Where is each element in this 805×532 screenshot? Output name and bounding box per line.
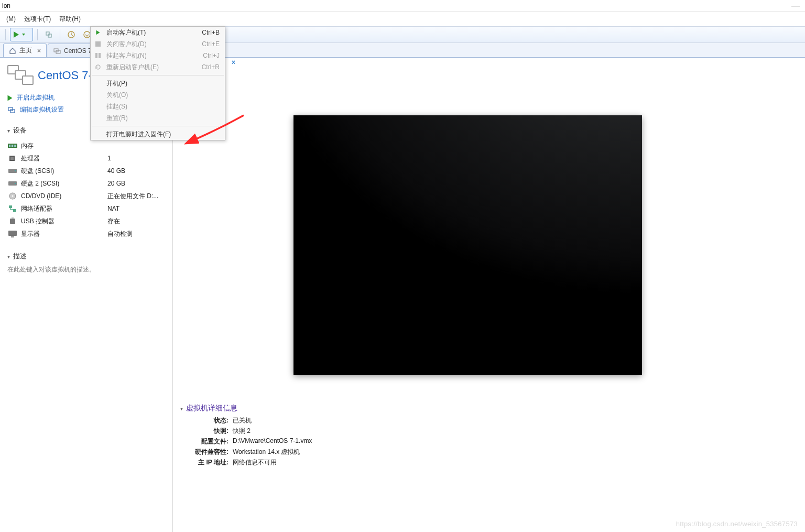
- tab-home[interactable]: 主页 ×: [3, 44, 47, 57]
- active-tab-close-proxy: [230, 44, 240, 58]
- toolbar-separator: [37, 29, 38, 40]
- minimize-button[interactable]: —: [791, 1, 800, 10]
- play-icon: [94, 28, 102, 37]
- watermark: https://blog.csdn.net/weixin_53567573: [676, 520, 798, 528]
- menu-start-guest[interactable]: 启动客户机(T) Ctrl+B: [91, 27, 225, 38]
- menubar: (M) 选项卡(T) 帮助(H): [0, 12, 805, 26]
- menu-pause: 挂起(S): [91, 101, 225, 112]
- svg-rect-1: [48, 34, 51, 37]
- device-value: 1: [107, 155, 111, 162]
- svg-rect-33: [9, 205, 12, 208]
- network-icon: [7, 204, 18, 213]
- detail-row-config: 配置文件:D:\VMware\CentOS 7-1.vmx: [180, 437, 652, 448]
- svg-rect-20: [9, 145, 10, 147]
- menu-help[interactable]: 帮助(H): [55, 13, 85, 26]
- pause-icon: [94, 51, 102, 60]
- svg-rect-40: [95, 53, 97, 58]
- device-label: 内存: [21, 142, 107, 150]
- home-icon: [9, 47, 16, 55]
- svg-rect-39: [95, 41, 101, 47]
- detail-row-state: 状态:已关机: [180, 416, 652, 427]
- edit-settings-label: 编辑虚拟机设置: [20, 105, 64, 114]
- menu-m[interactable]: (M): [2, 13, 20, 25]
- detail-value: 已关机: [233, 416, 252, 427]
- close-icon[interactable]: ×: [37, 47, 41, 55]
- device-value: 正在使用文件 D:...: [107, 192, 158, 201]
- device-row-memory[interactable]: 内存: [7, 139, 167, 152]
- device-label: 硬盘 (SCSI): [21, 167, 107, 176]
- device-value: 存在: [107, 217, 120, 226]
- svg-rect-35: [10, 219, 15, 224]
- menu-shortcut: Ctrl+B: [202, 29, 220, 36]
- detail-key: 主 IP 地址:: [180, 458, 229, 469]
- device-label: CD/DVD (IDE): [21, 192, 107, 200]
- device-label: 处理器: [21, 154, 107, 163]
- disk-icon: [7, 167, 18, 175]
- svg-rect-24: [15, 145, 16, 147]
- wrench-icon: [7, 106, 16, 114]
- cd-icon: [7, 192, 18, 200]
- content-pane: × 虚拟机详细信息 状态:已关机 快照:快照 2 配置文件:D:\VMware\…: [173, 58, 805, 532]
- stop-icon: [94, 40, 102, 48]
- detail-value: 网络信息不可用: [233, 458, 277, 469]
- menu-power-on[interactable]: 开机(P): [91, 78, 225, 89]
- description-placeholder[interactable]: 在此处键入对该虚拟机的描述。: [7, 265, 167, 274]
- vm-details-heading[interactable]: 虚拟机详细信息: [180, 404, 652, 413]
- svg-rect-37: [8, 231, 17, 236]
- vm-details: 虚拟机详细信息 状态:已关机 快照:快照 2 配置文件:D:\VMware\Ce…: [180, 404, 652, 469]
- usb-icon: [7, 217, 18, 225]
- device-value: 40 GB: [107, 167, 125, 175]
- svg-rect-36: [12, 218, 14, 219]
- description-heading[interactable]: 描述: [7, 252, 167, 261]
- device-row-disk2[interactable]: 硬盘 2 (SCSI) 20 GB: [7, 177, 167, 190]
- detail-row-hw: 硬件兼容性:Workstation 14.x 虚拟机: [180, 448, 652, 458]
- vm-name: CentOS 7-1: [38, 69, 99, 82]
- menu-suspend-guest: 挂起客户机(N) Ctrl+J: [91, 50, 225, 61]
- menu-label: 关闭客户机(D): [106, 40, 147, 49]
- detail-key: 状态:: [180, 416, 229, 427]
- toolbar-separator: [60, 29, 60, 40]
- power-dropdown-button[interactable]: [10, 28, 33, 41]
- menu-tabs[interactable]: 选项卡(T): [20, 13, 55, 26]
- device-label: USB 控制器: [21, 217, 107, 226]
- svg-rect-41: [99, 53, 101, 58]
- detail-value: 快照 2: [233, 427, 251, 437]
- menu-label: 重置(R): [106, 114, 128, 123]
- vm-icon: [7, 65, 32, 86]
- play-icon: [8, 95, 13, 101]
- vm-preview: [293, 115, 642, 375]
- display-icon: [7, 230, 18, 238]
- window-titlebar: ion —: [0, 0, 805, 12]
- detail-key: 配置文件:: [180, 437, 229, 448]
- device-label: 硬盘 2 (SCSI): [21, 179, 107, 188]
- detail-key: 硬件兼容性:: [180, 448, 229, 458]
- device-value: 20 GB: [107, 180, 125, 187]
- device-row-usb[interactable]: USB 控制器 存在: [7, 215, 167, 227]
- menu-label: 打开电源时进入固件(F): [106, 130, 171, 139]
- device-row-disk1[interactable]: 硬盘 (SCSI) 40 GB: [7, 165, 167, 177]
- device-row-cpu[interactable]: 处理器 1: [7, 152, 167, 165]
- menu-label: 开机(P): [106, 79, 127, 88]
- close-icon[interactable]: ×: [232, 59, 235, 66]
- menu-label: 启动客户机(T): [106, 28, 146, 37]
- menu-shortcut: Ctrl+E: [202, 40, 220, 48]
- svg-point-30: [15, 183, 16, 184]
- annotation-arrow: [189, 113, 246, 144]
- menu-shutdown-guest: 关闭客户机(D) Ctrl+E: [91, 38, 225, 50]
- menu-shortcut: Ctrl+R: [202, 63, 220, 71]
- play-icon: [14, 31, 19, 38]
- menu-label: 关机(O): [106, 91, 128, 100]
- device-label: 显示器: [21, 230, 107, 238]
- menu-power-off: 关机(O): [91, 89, 225, 101]
- svg-rect-22: [12, 145, 13, 147]
- svg-rect-21: [10, 145, 12, 147]
- cpu-icon: [7, 154, 18, 162]
- snapshot-button[interactable]: [64, 28, 78, 41]
- device-row-cd[interactable]: CD/DVD (IDE) 正在使用文件 D:...: [7, 190, 167, 202]
- toolbar-button[interactable]: [42, 28, 56, 41]
- device-row-display[interactable]: 显示器 自动检测: [7, 227, 167, 240]
- svg-rect-26: [10, 157, 14, 160]
- memory-icon: [7, 142, 18, 150]
- device-row-network[interactable]: 网络适配器 NAT: [7, 202, 167, 215]
- restart-icon: [94, 63, 102, 71]
